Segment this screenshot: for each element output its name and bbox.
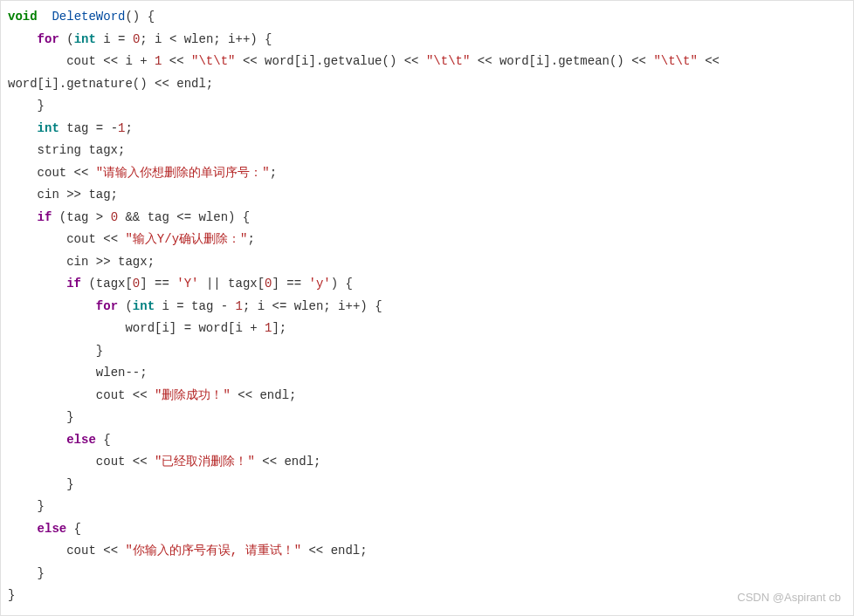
code-line: } (1, 563, 853, 585)
code-line: } (1, 585, 853, 607)
token-kw-if: if (66, 277, 81, 291)
token-op: (tagx[ (81, 277, 133, 291)
code-block: void DeleteWord() { for (int i = 0; i < … (1, 1, 853, 607)
watermark: CSDN @Aspirant cb (737, 586, 841, 609)
token-kw-else: else (38, 522, 67, 536)
token-str: "输入Y/y确认删除：" (125, 232, 247, 246)
token-kw-for: for (96, 299, 118, 313)
token-num: 0 (133, 277, 140, 291)
code-line: if (tagx[0] == 'Y' || tagx[0] == 'y') { (1, 273, 853, 296)
token-kw-void: void (8, 10, 38, 24)
token-num: 1 (236, 299, 243, 313)
token-op: } (38, 566, 45, 580)
token-str: "\t\t" (653, 54, 697, 68)
token-num: 0 (111, 210, 118, 224)
code-line: cout << i + 1 << "\t\t" << word[i].getva… (1, 51, 853, 73)
code-line: wlen--; (1, 362, 853, 385)
token-kw-if: if (38, 210, 52, 224)
token-str: "你输入的序号有误, 请重试！" (125, 544, 301, 558)
token-str: 'Y' (176, 277, 198, 291)
token-op: i = tag - (155, 299, 235, 313)
code-line: for (int i = tag - 1; i <= wlen; i++) { (1, 296, 853, 318)
token-kw-int: int (38, 121, 59, 135)
token-op: tag = - (59, 121, 118, 135)
token-op: cout << i + (66, 54, 155, 68)
token-op: << (162, 54, 191, 68)
token-op: || tagx[ (198, 277, 265, 291)
token-op: ; (247, 232, 254, 246)
code-line: cout << "删除成功！" << endl; (1, 385, 853, 407)
token-op: { (96, 433, 111, 447)
code-line: } (1, 95, 853, 118)
token-op: ) { (331, 277, 353, 291)
code-line: cout << "请输入你想删除的单词序号："; (1, 162, 853, 185)
token-op: (tag > (52, 210, 110, 224)
token-op: i = (96, 32, 133, 46)
token-op: () { (125, 10, 155, 24)
token-op: wlen--; (96, 366, 148, 380)
token-op: } (66, 410, 73, 424)
token-op: word[i].getnature() << endl; (8, 77, 213, 91)
token-op: { (66, 522, 81, 536)
code-line: string tagx; (1, 140, 853, 162)
code-line: else { (1, 518, 853, 541)
token-op: } (66, 477, 73, 491)
token-op: ( (59, 32, 74, 46)
token-op: cin >> tag; (38, 188, 118, 202)
token-op: word[i] = word[i + (125, 321, 265, 335)
token-op: } (38, 99, 45, 113)
token-op: ] == (140, 277, 176, 291)
code-line: word[i] = word[i + 1]; (1, 318, 853, 340)
code-line: cout << "输入Y/y确认删除："; (1, 229, 853, 251)
code-line: } (1, 340, 853, 363)
token-kw-for: for (38, 32, 59, 46)
token-op: && tag <= wlen) { (118, 210, 250, 224)
code-line: cin >> tag; (1, 184, 853, 207)
code-line: cout << "已经取消删除！" << endl; (1, 451, 853, 474)
code-line: } (1, 496, 853, 518)
code-line: int tag = -1; (1, 118, 853, 140)
token-op (38, 10, 52, 24)
code-line: cout << "你输入的序号有误, 请重试！" << endl; (1, 540, 853, 563)
token-op: } (96, 344, 103, 358)
code-line: word[i].getnature() << endl; (1, 73, 853, 96)
token-op: ; i < wlen; i++) { (140, 32, 272, 46)
token-op: << endl; (231, 388, 297, 402)
token-op: cin >> tagx; (66, 255, 155, 269)
token-op: cout << (96, 455, 155, 469)
token-op: ; (270, 166, 277, 180)
token-op: << word[i].getmean() << (470, 54, 653, 68)
token-op: } (8, 588, 15, 602)
code-line: else { (1, 429, 853, 452)
token-kw-int: int (133, 299, 155, 313)
token-fn: DeleteWord (52, 10, 125, 24)
token-op: ( (118, 299, 133, 313)
token-op: << (698, 54, 720, 68)
token-op: cout << (66, 232, 125, 246)
token-op: cout << (96, 388, 155, 402)
token-op: } (38, 499, 45, 513)
token-kw-else: else (66, 433, 96, 447)
token-op: ; (125, 121, 132, 135)
token-str: "已经取消删除！" (155, 455, 255, 469)
code-line: for (int i = 0; i < wlen; i++) { (1, 29, 853, 51)
token-str: "\t\t" (426, 54, 470, 68)
token-str: "删除成功！" (155, 388, 231, 402)
code-line: } (1, 474, 853, 496)
token-kw-int: int (74, 32, 96, 46)
token-op: << word[i].getvalue() << (235, 54, 425, 68)
code-line: cin >> tagx; (1, 251, 853, 274)
code-line: if (tag > 0 && tag <= wlen) { (1, 207, 853, 229)
code-line: void DeleteWord() { (1, 6, 853, 29)
token-op: cout << (66, 544, 125, 558)
token-str: "请输入你想删除的单词序号：" (96, 166, 270, 180)
token-op: cout << (38, 166, 96, 180)
token-op: << endl; (301, 544, 368, 558)
token-op: << endl; (255, 455, 321, 469)
code-line: } (1, 407, 853, 429)
token-op: string tagx; (38, 143, 126, 157)
token-str: 'y' (309, 277, 331, 291)
token-op: ; i <= wlen; i++) { (243, 299, 382, 313)
token-str: "\t\t" (191, 54, 235, 68)
token-op: ]; (272, 321, 286, 335)
